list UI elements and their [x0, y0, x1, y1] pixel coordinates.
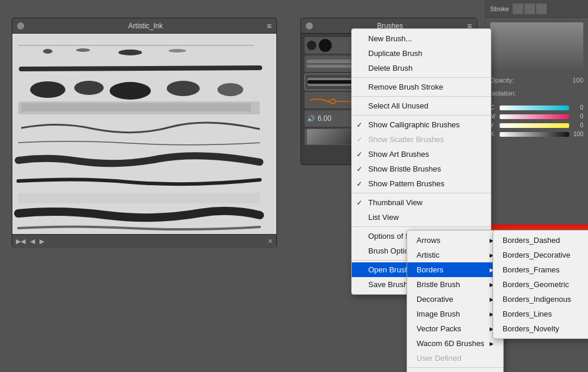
menu-show-calligraphic[interactable]: Show Calligraphic Brushes — [352, 117, 491, 132]
menu-select-all-unused[interactable]: Select All Unused — [352, 98, 491, 113]
svg-point-4 — [169, 49, 186, 52]
svg-point-2 — [76, 48, 90, 52]
brush-panel-footer: ▶◀ ◀ ▶ ✕ — [12, 234, 276, 248]
menu-duplicate-brush[interactable]: Duplicate Brush — [352, 46, 491, 61]
svg-rect-12 — [21, 103, 251, 111]
menu-list-view[interactable]: List View — [352, 210, 491, 225]
menu-sep-2 — [352, 96, 491, 97]
svg-point-7 — [74, 81, 104, 95]
menu-delete-brush[interactable]: Delete Brush — [352, 61, 491, 75]
borders-submenu: Borders_Dashed Borders_Decorative Border… — [493, 230, 588, 339]
borders-novelty[interactable]: Borders_Novelty — [493, 321, 588, 336]
cmyk-k-row: K 100 — [490, 131, 583, 137]
stroke-icon-3[interactable] — [536, 4, 547, 14]
brush-dot-small — [307, 41, 316, 50]
svg-point-10 — [217, 83, 243, 96]
cmyk-y-val: 0 — [572, 122, 583, 129]
svg-point-9 — [167, 81, 200, 96]
close-icon[interactable] — [17, 22, 24, 29]
lib-decorative[interactable]: Decorative — [407, 292, 503, 307]
menu-show-art[interactable]: Show Art Brushes — [352, 147, 491, 162]
borders-frames[interactable]: Borders_Frames — [493, 262, 588, 277]
svg-point-1 — [43, 49, 52, 54]
cmyk-y-slider[interactable] — [500, 123, 569, 128]
color-swatch — [490, 22, 583, 70]
brushes-close-icon[interactable] — [306, 22, 313, 29]
menu-show-bristle[interactable]: Show Bristle Brushes — [352, 162, 491, 176]
cmyk-k-val: 100 — [572, 131, 583, 137]
lib-image-brush[interactable]: Image Brush — [407, 307, 503, 321]
volume-icon: 🔊 — [307, 115, 315, 123]
artistic-ink-panel: Artistic_Ink ≡ — [12, 18, 277, 248]
menu-show-pattern[interactable]: Show Pattern Brushes — [352, 176, 491, 191]
svg-rect-13 — [18, 193, 260, 203]
stroke-icon-1[interactable] — [513, 4, 523, 14]
panel-footer-icon1: ▶◀ — [16, 238, 25, 245]
svg-point-8 — [110, 82, 151, 100]
menu-sep-3 — [352, 115, 491, 116]
menu-thumbnail-view[interactable]: Thumbnail View — [352, 195, 491, 210]
svg-point-6 — [30, 81, 65, 98]
brush-canvas — [12, 34, 276, 234]
lib-sep — [407, 367, 503, 368]
brush-dot-large — [319, 39, 332, 52]
opacity-label: Opacity: — [490, 77, 573, 84]
opacity-value: 100 — [573, 77, 583, 84]
stroke-label: Stroke — [490, 5, 509, 12]
lib-vector-packs[interactable]: Vector Packs — [407, 321, 503, 336]
stroke-icon-2[interactable] — [524, 4, 535, 14]
borders-lines[interactable]: Borders_Lines — [493, 307, 588, 321]
cmyk-c-row: C 0 — [490, 104, 583, 111]
opacity-row: Opacity: 100 — [485, 74, 588, 86]
lib-user-defined: User Defined — [407, 351, 503, 366]
lib-arrows[interactable]: Arrows — [407, 233, 503, 248]
borders-decorative[interactable]: Borders_Decorative — [493, 248, 588, 262]
menu-sep-4 — [352, 193, 491, 193]
library-submenu: Arrows Artistic Borders Bristle Brush De… — [407, 230, 504, 372]
lib-wacom[interactable]: Wacom 6D Brushes — [407, 336, 503, 351]
blending-row: Isolation: — [485, 86, 588, 100]
brush-value: 6.00 — [318, 114, 331, 123]
cmyk-m-val: 0 — [572, 113, 583, 120]
panel-footer-icon2[interactable]: ◀ — [30, 238, 35, 245]
menu-show-scatter[interactable]: Show Scatter Brushes — [352, 132, 491, 147]
menu-remove-stroke[interactable]: Remove Brush Stroke — [352, 80, 491, 94]
svg-line-5 — [21, 68, 260, 69]
brush-panel-title: Artistic_Ink — [128, 22, 163, 30]
panel-menu-icon[interactable]: ≡ — [267, 21, 272, 31]
cmyk-y-row: Y 0 — [490, 122, 583, 129]
borders-dashed[interactable]: Borders_Dashed — [493, 233, 588, 248]
stroke-icon-group — [513, 4, 547, 14]
lib-other-library[interactable]: Other Library... — [407, 370, 503, 372]
brush-panel-titlebar: Artistic_Ink ≡ — [12, 18, 276, 34]
stroke-section: Stroke — [485, 0, 588, 18]
lib-artistic[interactable]: Artistic — [407, 248, 503, 262]
menu-sep-5 — [352, 226, 491, 227]
cmyk-sliders: C 0 M 0 Y 0 K 100 — [485, 100, 588, 144]
lib-bristle[interactable]: Bristle Brush — [407, 277, 503, 292]
cmyk-m-row: M 0 — [490, 113, 583, 120]
blending-label: Isolation: — [490, 90, 516, 97]
lib-borders[interactable]: Borders — [407, 262, 503, 277]
cmyk-k-slider[interactable] — [500, 132, 569, 137]
cmyk-m-slider[interactable] — [500, 114, 569, 119]
cmyk-c-val: 0 — [572, 104, 583, 111]
panel-footer-icon3[interactable]: ▶ — [39, 238, 44, 245]
panel-footer-icon5: ✕ — [267, 238, 273, 245]
borders-geometric[interactable]: Borders_Geometric — [493, 277, 588, 292]
cmyk-c-slider[interactable] — [500, 106, 569, 110]
svg-point-3 — [118, 50, 142, 55]
menu-new-brush[interactable]: New Brush... — [352, 31, 491, 46]
borders-indigenous[interactable]: Borders_Indigenous — [493, 292, 588, 307]
menu-sep-1 — [352, 77, 491, 78]
